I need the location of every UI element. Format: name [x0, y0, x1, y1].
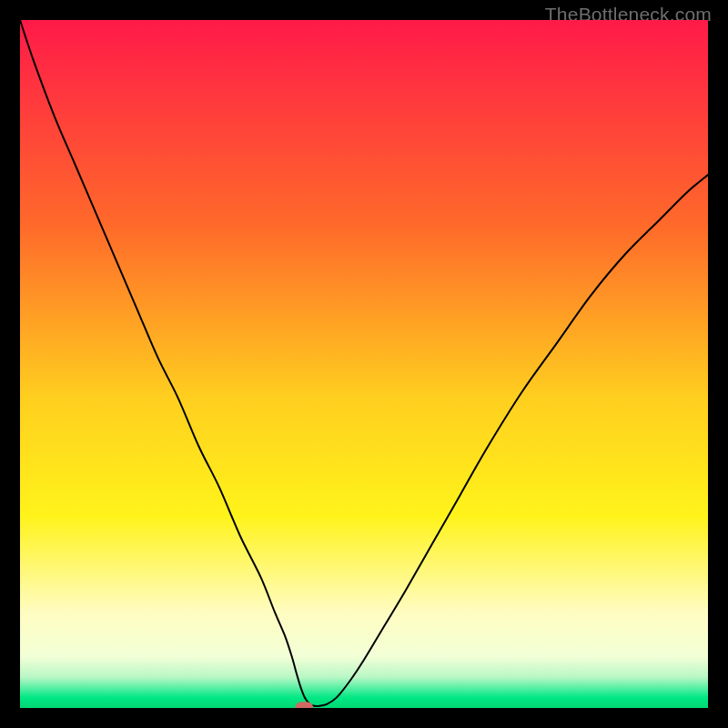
gradient-background: [20, 20, 708, 708]
chart-plot-area: [20, 20, 708, 708]
chart-svg: [20, 20, 708, 708]
chart-frame: TheBottleneck.com: [0, 0, 728, 728]
